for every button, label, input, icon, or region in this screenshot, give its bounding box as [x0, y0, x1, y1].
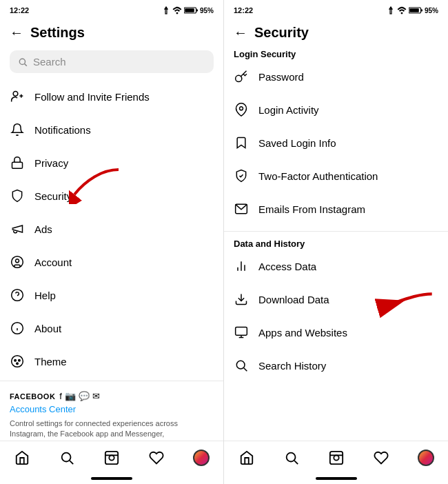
status-right-left: 95% — [162, 6, 214, 14]
instagram-icon: 📷 — [65, 391, 76, 401]
svg-line-6 — [25, 63, 27, 65]
nav-search[interactable] — [53, 448, 81, 467]
settings-item-about[interactable]: About — [0, 312, 223, 345]
security-item-download-data[interactable]: Download Data — [224, 283, 448, 316]
password-label: Password — [258, 71, 304, 83]
apps-websites-label: Apps and Websites — [258, 327, 347, 339]
status-right-right: 95% — [387, 6, 438, 14]
svg-point-25 — [109, 455, 114, 460]
info-circle-icon — [10, 321, 25, 336]
facebook-icon: f — [59, 391, 62, 401]
settings-item-help[interactable]: Help — [0, 279, 223, 312]
envelope-icon — [234, 201, 249, 216]
svg-line-46 — [294, 461, 298, 464]
login-security-label: Login Security — [224, 48, 305, 63]
svg-point-19 — [14, 360, 16, 362]
download-icon — [234, 292, 249, 307]
svg-point-33 — [236, 75, 242, 81]
settings-list: Follow and Invite Friends Notifications … — [0, 80, 223, 441]
search-placeholder: Search — [33, 56, 66, 68]
follow-label: Follow and Invite Friends — [34, 91, 150, 103]
security-item-apps-websites[interactable]: Apps and Websites — [224, 316, 448, 349]
nav-profile[interactable] — [187, 448, 215, 467]
svg-point-5 — [19, 59, 25, 64]
svg-point-1 — [176, 12, 179, 14]
svg-rect-31 — [409, 8, 419, 12]
svg-line-44 — [244, 368, 247, 372]
back-button-security[interactable]: ← — [234, 25, 247, 41]
settings-item-security[interactable]: Security — [0, 179, 223, 212]
two-factor-label: Two-Factor Authentication — [258, 170, 378, 182]
settings-item-ads[interactable]: Ads — [0, 212, 223, 245]
svg-rect-10 — [12, 162, 23, 168]
key-icon — [234, 69, 249, 84]
help-circle-icon — [10, 288, 25, 303]
security-item-access-data[interactable]: Access Data — [224, 250, 448, 283]
nav-reels-right[interactable] — [323, 448, 350, 467]
settings-item-notifications[interactable]: Notifications — [0, 113, 223, 146]
security-title: Security — [254, 25, 309, 41]
svg-rect-32 — [421, 9, 422, 11]
person-circle-icon — [10, 254, 25, 270]
svg-line-23 — [70, 461, 73, 464]
svg-rect-0 — [165, 9, 167, 14]
person-add-icon — [10, 89, 25, 104]
security-item-2fa[interactable]: Two-Factor Authentication — [224, 159, 448, 192]
security-item-saved-login[interactable]: Saved Login Info — [224, 126, 448, 159]
svg-point-7 — [13, 92, 18, 97]
access-data-label: Access Data — [258, 261, 316, 272]
settings-item-follow[interactable]: Follow and Invite Friends — [0, 80, 223, 113]
bell-icon — [10, 122, 25, 137]
bottom-nav-right — [224, 441, 448, 477]
nav-profile-right[interactable] — [412, 448, 440, 467]
nav-home-right[interactable] — [233, 448, 261, 467]
search-history-icon — [234, 358, 249, 373]
accounts-center-link[interactable]: Accounts Center — [10, 404, 214, 414]
shield-check-icon — [234, 168, 249, 183]
back-button[interactable]: ← — [10, 25, 23, 41]
security-item-password[interactable]: Password — [224, 60, 448, 93]
bookmark-icon — [234, 135, 249, 150]
nav-reels[interactable] — [98, 448, 125, 467]
svg-point-12 — [16, 259, 19, 263]
facebook-section: FACEBOOK f 📷 💬 ✉ Accounts Center Control… — [0, 381, 223, 441]
security-item-search-history[interactable]: Search History — [224, 349, 448, 382]
bar-chart-icon — [234, 259, 249, 274]
security-item-login-activity[interactable]: Login Activity — [224, 93, 448, 126]
megaphone-icon — [10, 221, 25, 236]
monitor-icon — [234, 325, 249, 340]
search-icon — [18, 57, 28, 67]
nav-search-right[interactable] — [278, 448, 305, 467]
notifications-label: Notifications — [34, 124, 91, 136]
svg-point-20 — [19, 360, 21, 362]
facebook-label: FACEBOOK — [10, 392, 55, 401]
svg-point-45 — [286, 453, 295, 462]
status-time-left: 12:22 — [10, 6, 29, 14]
nav-likes[interactable] — [143, 448, 170, 467]
saved-login-label: Saved Login Info — [258, 137, 336, 149]
search-bar[interactable]: Search — [10, 50, 214, 73]
nav-likes-right[interactable] — [367, 448, 395, 467]
login-activity-label: Login Activity — [258, 104, 319, 116]
security-header: ← Security — [224, 19, 448, 48]
security-item-emails[interactable]: Emails From Instagram — [224, 192, 448, 225]
svg-point-18 — [12, 356, 23, 367]
svg-point-11 — [12, 256, 23, 268]
theme-label: Theme — [34, 356, 67, 367]
lock-icon — [10, 155, 25, 170]
svg-point-34 — [240, 107, 243, 110]
svg-rect-4 — [196, 9, 198, 11]
settings-item-theme[interactable]: Theme — [0, 345, 223, 378]
svg-point-29 — [401, 12, 403, 14]
profile-avatar — [193, 450, 210, 466]
settings-item-account[interactable]: Account — [0, 245, 223, 279]
help-label: Help — [34, 290, 56, 301]
home-indicator-right — [316, 477, 357, 480]
settings-item-privacy[interactable]: Privacy — [0, 146, 223, 179]
shield-icon — [10, 188, 25, 203]
profile-avatar-right — [418, 450, 434, 466]
nav-home[interactable] — [8, 448, 36, 467]
status-bar-left: 12:22 95% — [0, 0, 223, 19]
whatsapp-icon: 💬 — [79, 391, 90, 401]
bottom-nav-left — [0, 441, 223, 477]
